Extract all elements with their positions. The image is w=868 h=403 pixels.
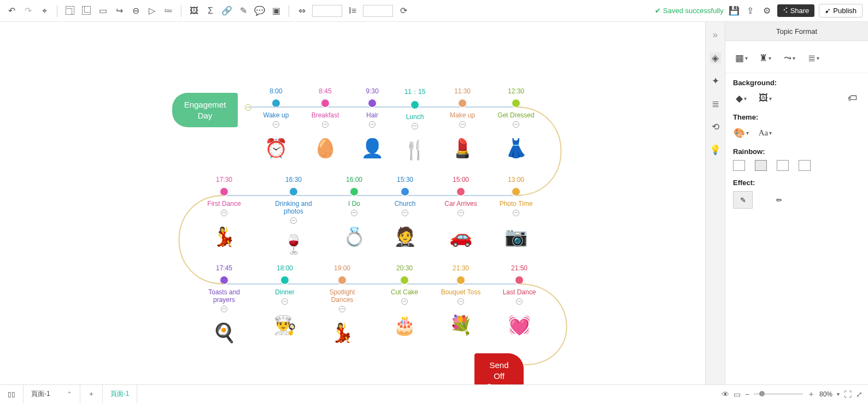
presentation-icon[interactable]: ▭ — [734, 390, 741, 399]
node-icon: 👤 — [348, 135, 397, 161]
node-label: I Do — [330, 200, 379, 208]
zoom-slider[interactable] — [754, 393, 803, 395]
relationship-icon[interactable]: ↪ — [113, 5, 125, 17]
floating-icon[interactable]: ▭ — [97, 5, 109, 17]
page-tab-2[interactable]: 頁面-1 — [103, 385, 138, 403]
outline-icon[interactable]: ≣ — [710, 98, 721, 109]
collapse-icon[interactable] — [412, 123, 418, 129]
effect-pencil-icon[interactable]: ✎ — [733, 191, 753, 209]
fill-icon[interactable]: ◆▾ — [733, 91, 749, 105]
subtopic-icon[interactable]: ⿹ — [64, 5, 76, 17]
separator — [181, 5, 181, 17]
collapse-icon[interactable] — [281, 298, 288, 305]
formula-icon[interactable]: Σ — [204, 5, 216, 17]
collapse-icon[interactable] — [458, 210, 464, 216]
collapse-panel-icon[interactable]: » — [710, 29, 721, 40]
timeline-node[interactable]: 15:30Church🤵 — [380, 176, 430, 249]
timeline-node[interactable]: 8:00Wake up⏰ — [251, 87, 301, 161]
export-icon[interactable]: ⇪ — [744, 5, 756, 17]
collapse-icon[interactable] — [369, 121, 376, 128]
preview-icon[interactable]: 👁 — [722, 390, 729, 399]
timeline-node[interactable]: 20:30Cut Cake🎂 — [380, 264, 429, 337]
mark-icon[interactable]: ✎ — [237, 5, 249, 17]
zoom-in-icon[interactable]: ＋ — [807, 389, 815, 399]
summary-icon[interactable]: ≔ — [162, 5, 174, 17]
structure-icon[interactable]: ♜▾ — [757, 51, 773, 65]
toolbar-right: ✔Saved successfully 💾 ⇪ ⚙ ⠪Share ➹Publis… — [655, 4, 863, 17]
attachment-icon[interactable]: 🔗 — [221, 5, 233, 17]
comment-icon[interactable]: 💬 — [254, 5, 266, 17]
font-icon[interactable]: Aa▾ — [757, 126, 773, 140]
note-icon[interactable]: ▣ — [270, 5, 282, 17]
timeline-node[interactable]: 11：15Lunch🍴 — [390, 87, 439, 162]
layout-icon[interactable]: ▦▾ — [733, 51, 749, 65]
share-label: Share — [790, 7, 810, 15]
refresh-icon[interactable]: ⟳ — [397, 5, 409, 17]
connector-icon[interactable]: ⤳▾ — [781, 51, 797, 65]
timeline-node[interactable]: 9:30Hair👤 — [348, 87, 397, 161]
collapse-icon[interactable] — [513, 210, 519, 216]
rainbow-opt-1[interactable] — [733, 160, 745, 171]
boundary-icon[interactable]: ▷ — [146, 5, 158, 17]
zoom-out-icon[interactable]: − — [745, 390, 749, 399]
fullscreen-icon[interactable]: ⤢ — [856, 390, 863, 399]
rainbow-opt-3[interactable] — [777, 160, 789, 171]
idea-icon[interactable]: 💡 — [710, 144, 721, 155]
effect-brush-icon[interactable]: ✏ — [769, 191, 789, 209]
timeline-node[interactable]: 16:00I Do💍 — [330, 176, 379, 249]
outline-view-icon[interactable]: ▯▯ — [0, 385, 24, 403]
numbering-icon[interactable]: ≣▾ — [805, 51, 822, 65]
collapse-icon[interactable] — [290, 217, 297, 224]
node-label: Spotlight Dances — [318, 288, 367, 304]
collapse-icon[interactable] — [339, 306, 345, 312]
share-button[interactable]: ⠪Share — [777, 4, 815, 17]
top-toolbar: ↶ ↷ ⌖ ⿹ ⿺ ▭ ↪ ⊖ ▷ ≔ 🖼 Σ 🔗 ✎ 💬 ▣ ⇔ Ⅰ≡ ⟳ ✔… — [0, 0, 868, 22]
canvas[interactable]: EngagemetDaySend OffGuests8:00Wake up⏰8:… — [0, 22, 705, 384]
width-input[interactable] — [312, 5, 342, 17]
zoom-menu-icon[interactable]: ▾ — [837, 391, 840, 397]
collapse-icon[interactable] — [273, 121, 279, 128]
style-icon[interactable]: ◈ — [710, 52, 721, 63]
publish-button[interactable]: ➹Publish — [819, 4, 863, 17]
bg-image-icon[interactable]: 🖼▾ — [757, 91, 773, 105]
node-dot — [320, 98, 330, 108]
theme-label: Theme: — [733, 113, 860, 121]
sibling-icon[interactable]: ⿺ — [80, 5, 92, 17]
timeline-node[interactable]: 8:45Breakfast🥚 — [301, 87, 350, 161]
node-time: 16:30 — [269, 176, 318, 183]
format-panel: Topic Format ▦▾ ♜▾ ⤳▾ ≣▾ Background: ◆▾ … — [725, 22, 868, 384]
node-label: Car Arrives — [436, 200, 485, 208]
node-time: 21:30 — [436, 264, 485, 272]
fit-icon[interactable]: ⛶ — [844, 390, 852, 399]
add-page-button[interactable]: ＋ — [80, 385, 103, 403]
callout-icon[interactable]: ⊖ — [130, 5, 142, 17]
collapse-icon[interactable] — [402, 210, 408, 216]
collapse-icon[interactable] — [221, 306, 227, 312]
undo-icon[interactable]: ↶ — [5, 5, 17, 17]
clipart-icon[interactable]: ✦ — [710, 75, 721, 86]
collapse-icon[interactable] — [351, 210, 357, 216]
zoom-thumb[interactable] — [759, 391, 765, 396]
tab-menu-icon[interactable]: ⌃ — [67, 390, 72, 398]
save-icon[interactable]: 💾 — [728, 5, 740, 17]
start-node[interactable]: EngagemetDay — [172, 93, 238, 127]
page-tab-1[interactable]: 頁面-1⌃ — [24, 385, 80, 403]
collapse-icon[interactable] — [322, 121, 329, 128]
collapse-icon[interactable] — [401, 298, 408, 305]
redo-icon[interactable]: ↷ — [22, 5, 34, 17]
rainbow-opt-2[interactable] — [755, 160, 767, 171]
options-icon[interactable]: ⚙ — [761, 5, 773, 17]
node-time: 11：15 — [390, 87, 439, 97]
node-time: 21:50 — [495, 264, 544, 272]
watermark-icon[interactable]: 🏷 — [844, 91, 860, 105]
timeline-node[interactable]: 19:00Spotlight Dances💃 — [318, 264, 367, 345]
tag-icon[interactable]: ⌖ — [38, 5, 50, 17]
rainbow-opt-4[interactable] — [799, 160, 811, 171]
connector-curve — [450, 105, 582, 198]
image-icon[interactable]: 🖼 — [188, 5, 200, 17]
height-input[interactable] — [363, 5, 393, 17]
node-time: 8:45 — [301, 87, 350, 95]
history-icon[interactable]: ⟲ — [710, 121, 721, 132]
node-icon: 🥚 — [301, 135, 350, 161]
color-scheme-icon[interactable]: 🎨▾ — [733, 126, 749, 140]
